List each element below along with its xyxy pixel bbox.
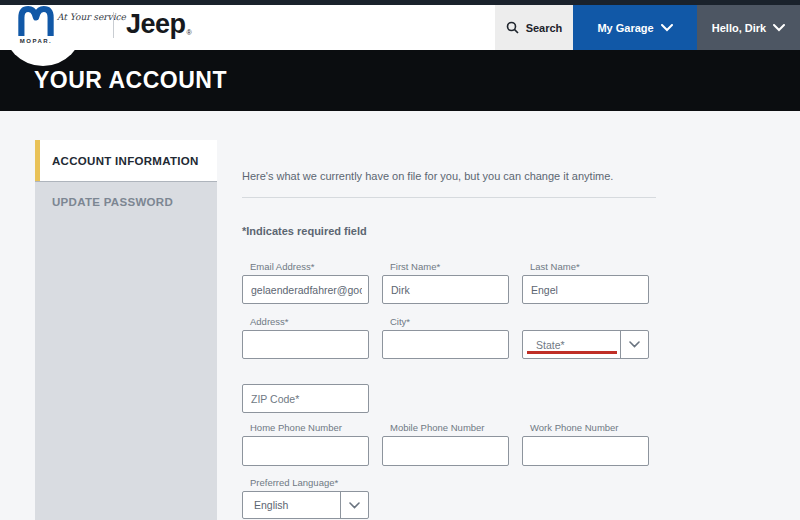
last-name-field-group: Last Name* [522, 261, 649, 304]
greeting-label: Hello, Dirk [712, 22, 766, 34]
home-phone-field-group: Home Phone Number [242, 422, 369, 466]
preferred-language-value: English [243, 499, 288, 511]
work-phone-label: Work Phone Number [522, 422, 649, 436]
first-name-field-group: First Name* [382, 261, 509, 304]
sidebar-item-label: ACCOUNT INFORMATION [52, 155, 199, 167]
mobile-phone-field[interactable] [382, 436, 509, 466]
mobile-phone-label: Mobile Phone Number [382, 422, 509, 436]
preferred-language-field-group: Preferred Language* English [242, 477, 369, 519]
state-placeholder: State* [523, 339, 565, 351]
my-garage-label: My Garage [597, 22, 653, 34]
home-phone-field[interactable] [242, 436, 369, 466]
my-garage-menu[interactable]: My Garage [573, 5, 697, 50]
account-information-panel: Here's what we currently have on file fo… [242, 112, 658, 520]
chevron-down-icon [349, 502, 360, 509]
email-label: Email Address* [242, 261, 369, 275]
mobile-phone-field-group: Mobile Phone Number [382, 422, 509, 466]
required-field-note: *Indicates required field [242, 225, 367, 237]
sidebar-panel: UPDATE PASSWORD [35, 181, 217, 520]
form-row-5: Preferred Language* English [242, 477, 382, 519]
preferred-language-select[interactable]: English [242, 491, 369, 519]
work-phone-field-group: Work Phone Number [522, 422, 649, 466]
account-greeting-menu[interactable]: Hello, Dirk [697, 5, 800, 50]
sidebar-item-label: UPDATE PASSWORD [52, 196, 173, 208]
section-divider [242, 197, 656, 198]
city-field[interactable] [382, 330, 509, 359]
work-phone-field[interactable] [522, 436, 649, 466]
form-row-4: Home Phone Number Mobile Phone Number Wo… [242, 422, 662, 466]
state-label-spacer [522, 316, 649, 330]
header-divider [113, 12, 114, 38]
search-icon [506, 21, 519, 34]
address-field-group: Address* [242, 316, 369, 359]
home-phone-label: Home Phone Number [242, 422, 369, 436]
window-top-strip [0, 0, 800, 5]
email-field[interactable] [242, 275, 369, 304]
page-banner: YOUR ACCOUNT [0, 50, 800, 111]
sidebar-item-account-information[interactable]: ACCOUNT INFORMATION [35, 140, 217, 181]
zip-code-field[interactable] [242, 384, 369, 413]
chevron-down-icon [661, 24, 673, 32]
city-field-group: City* [382, 316, 509, 359]
state-select[interactable]: State* [522, 330, 649, 359]
last-name-field[interactable] [522, 275, 649, 304]
last-name-label: Last Name* [522, 261, 649, 275]
top-navigation-bar: MOPAR. At Your service Jeep® Search My G… [0, 0, 800, 50]
form-row-1: Email Address* First Name* Last Name* [242, 261, 662, 304]
address-label: Address* [242, 316, 369, 330]
city-label: City* [382, 316, 509, 330]
mopar-wordmark: MOPAR. [10, 38, 62, 44]
intro-text: Here's what we currently have on file fo… [242, 170, 613, 182]
account-sidebar: ACCOUNT INFORMATION UPDATE PASSWORD [35, 140, 217, 520]
mopar-tagline: At Your service [57, 12, 126, 22]
address-field[interactable] [242, 330, 369, 359]
mopar-logo-icon[interactable] [16, 5, 56, 36]
preferred-language-label: Preferred Language* [242, 477, 369, 491]
form-row-3 [242, 384, 382, 413]
search-button[interactable]: Search [495, 5, 573, 50]
state-field-group: State* [522, 316, 649, 359]
sidebar-item-update-password[interactable]: UPDATE PASSWORD [35, 182, 217, 221]
brand-area: MOPAR. At Your service Jeep® [0, 0, 480, 50]
search-label: Search [526, 22, 563, 34]
state-error-underline [527, 351, 617, 354]
preferred-language-arrow-zone[interactable] [340, 492, 368, 518]
form-row-2: Address* City* State* [242, 316, 662, 359]
jeep-logo[interactable]: Jeep® [126, 9, 191, 40]
registered-mark: ® [187, 29, 192, 36]
first-name-field[interactable] [382, 275, 509, 304]
zip-field-group [242, 384, 369, 413]
chevron-down-icon [629, 341, 640, 348]
email-field-group: Email Address* [242, 261, 369, 304]
state-select-arrow-zone[interactable] [620, 331, 648, 358]
first-name-label: First Name* [382, 261, 509, 275]
chevron-down-icon [773, 24, 785, 32]
